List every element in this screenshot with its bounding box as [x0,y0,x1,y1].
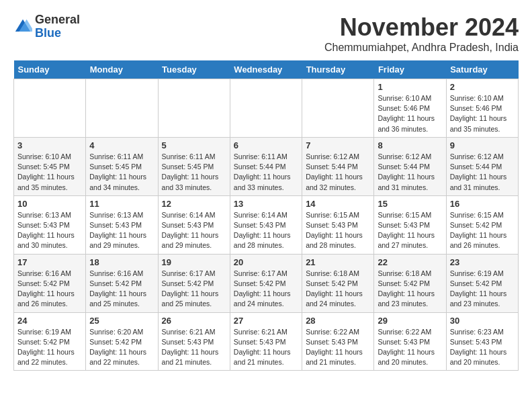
calendar-week-1: 1Sunrise: 6:10 AM Sunset: 5:46 PM Daylig… [14,79,519,138]
calendar-week-2: 3Sunrise: 6:10 AM Sunset: 5:45 PM Daylig… [14,137,519,195]
day-info: Sunrise: 6:14 AM Sunset: 5:43 PM Dayligh… [162,210,226,251]
calendar-cell: 22Sunrise: 6:18 AM Sunset: 5:42 PM Dayli… [374,254,446,312]
calendar-cell [14,79,86,138]
day-info: Sunrise: 6:21 AM Sunset: 5:43 PM Dayligh… [234,327,298,368]
calendar-week-5: 24Sunrise: 6:19 AM Sunset: 5:42 PM Dayli… [14,312,519,371]
calendar-cell: 13Sunrise: 6:14 AM Sunset: 5:43 PM Dayli… [230,195,302,254]
calendar-cell: 14Sunrise: 6:15 AM Sunset: 5:43 PM Dayli… [302,195,374,254]
day-info: Sunrise: 6:12 AM Sunset: 5:44 PM Dayligh… [306,152,370,193]
day-number: 10 [17,199,82,209]
calendar-cell: 10Sunrise: 6:13 AM Sunset: 5:43 PM Dayli… [14,195,86,254]
day-number: 15 [378,199,442,209]
day-info: Sunrise: 6:15 AM Sunset: 5:42 PM Dayligh… [450,210,515,251]
calendar-cell: 1Sunrise: 6:10 AM Sunset: 5:46 PM Daylig… [374,79,446,138]
logo-icon [13,17,32,36]
day-number: 21 [306,257,370,267]
calendar-cell: 26Sunrise: 6:21 AM Sunset: 5:43 PM Dayli… [158,312,230,371]
day-number: 27 [234,316,298,326]
day-info: Sunrise: 6:16 AM Sunset: 5:42 PM Dayligh… [17,269,82,310]
day-number: 20 [234,257,298,267]
calendar-header-tuesday: Tuesday [158,60,230,79]
calendar-cell: 8Sunrise: 6:12 AM Sunset: 5:44 PM Daylig… [374,137,446,195]
day-info: Sunrise: 6:21 AM Sunset: 5:43 PM Dayligh… [162,327,226,368]
day-info: Sunrise: 6:15 AM Sunset: 5:43 PM Dayligh… [306,210,370,251]
day-number: 8 [378,140,442,150]
calendar-cell: 29Sunrise: 6:22 AM Sunset: 5:43 PM Dayli… [374,312,446,371]
day-number: 18 [89,257,154,267]
day-info: Sunrise: 6:13 AM Sunset: 5:43 PM Dayligh… [89,210,154,251]
day-number: 5 [162,140,226,150]
day-info: Sunrise: 6:22 AM Sunset: 5:43 PM Dayligh… [378,327,442,368]
calendar-cell: 19Sunrise: 6:17 AM Sunset: 5:42 PM Dayli… [158,254,230,312]
day-number: 26 [162,316,226,326]
day-number: 13 [234,199,298,209]
calendar-cell: 18Sunrise: 6:16 AM Sunset: 5:42 PM Dayli… [86,254,158,312]
day-number: 11 [89,199,154,209]
page-header: General Blue November 2024 Chemmumiahpet… [13,13,519,54]
logo: General Blue [13,13,80,40]
month-title: November 2024 [324,13,519,42]
day-number: 14 [306,199,370,209]
calendar-cell: 9Sunrise: 6:12 AM Sunset: 5:44 PM Daylig… [446,137,518,195]
day-info: Sunrise: 6:10 AM Sunset: 5:46 PM Dayligh… [450,93,515,134]
day-info: Sunrise: 6:12 AM Sunset: 5:44 PM Dayligh… [450,152,515,193]
calendar-cell: 7Sunrise: 6:12 AM Sunset: 5:44 PM Daylig… [302,137,374,195]
calendar-cell: 16Sunrise: 6:15 AM Sunset: 5:42 PM Dayli… [446,195,518,254]
calendar-header-saturday: Saturday [446,60,518,79]
calendar-cell: 24Sunrise: 6:19 AM Sunset: 5:42 PM Dayli… [14,312,86,371]
day-info: Sunrise: 6:11 AM Sunset: 5:44 PM Dayligh… [234,152,298,193]
day-number: 12 [162,199,226,209]
day-number: 1 [378,82,442,92]
calendar-cell: 23Sunrise: 6:19 AM Sunset: 5:42 PM Dayli… [446,254,518,312]
calendar-cell [302,79,374,138]
day-info: Sunrise: 6:12 AM Sunset: 5:44 PM Dayligh… [378,152,442,193]
day-info: Sunrise: 6:13 AM Sunset: 5:43 PM Dayligh… [17,210,82,251]
day-info: Sunrise: 6:11 AM Sunset: 5:45 PM Dayligh… [162,152,226,193]
calendar-cell: 27Sunrise: 6:21 AM Sunset: 5:43 PM Dayli… [230,312,302,371]
day-info: Sunrise: 6:20 AM Sunset: 5:42 PM Dayligh… [89,327,154,368]
day-info: Sunrise: 6:19 AM Sunset: 5:42 PM Dayligh… [450,269,515,310]
calendar-cell: 20Sunrise: 6:17 AM Sunset: 5:42 PM Dayli… [230,254,302,312]
day-number: 29 [378,316,442,326]
calendar-week-4: 17Sunrise: 6:16 AM Sunset: 5:42 PM Dayli… [14,254,519,312]
day-number: 7 [306,140,370,150]
calendar-header-row: SundayMondayTuesdayWednesdayThursdayFrid… [14,60,519,79]
day-number: 4 [89,140,154,150]
calendar-cell: 2Sunrise: 6:10 AM Sunset: 5:46 PM Daylig… [446,79,518,138]
day-number: 22 [378,257,442,267]
day-info: Sunrise: 6:10 AM Sunset: 5:46 PM Dayligh… [378,93,442,134]
day-info: Sunrise: 6:16 AM Sunset: 5:42 PM Dayligh… [89,269,154,310]
calendar-cell: 12Sunrise: 6:14 AM Sunset: 5:43 PM Dayli… [158,195,230,254]
day-info: Sunrise: 6:22 AM Sunset: 5:43 PM Dayligh… [306,327,370,368]
day-number: 28 [306,316,370,326]
day-info: Sunrise: 6:19 AM Sunset: 5:42 PM Dayligh… [17,327,82,368]
location: Chemmumiahpet, Andhra Pradesh, India [324,42,519,54]
day-info: Sunrise: 6:17 AM Sunset: 5:42 PM Dayligh… [234,269,298,310]
calendar-cell [86,79,158,138]
calendar-cell: 28Sunrise: 6:22 AM Sunset: 5:43 PM Dayli… [302,312,374,371]
calendar-header-wednesday: Wednesday [230,60,302,79]
calendar-cell: 6Sunrise: 6:11 AM Sunset: 5:44 PM Daylig… [230,137,302,195]
day-number: 6 [234,140,298,150]
calendar-header-thursday: Thursday [302,60,374,79]
day-number: 23 [450,257,515,267]
calendar-header-friday: Friday [374,60,446,79]
day-number: 19 [162,257,226,267]
calendar-header-sunday: Sunday [14,60,86,79]
day-info: Sunrise: 6:18 AM Sunset: 5:42 PM Dayligh… [378,269,442,310]
calendar-cell: 25Sunrise: 6:20 AM Sunset: 5:42 PM Dayli… [86,312,158,371]
calendar-cell: 17Sunrise: 6:16 AM Sunset: 5:42 PM Dayli… [14,254,86,312]
day-number: 30 [450,316,515,326]
calendar-table: SundayMondayTuesdayWednesdayThursdayFrid… [13,60,519,371]
title-block: November 2024 Chemmumiahpet, Andhra Prad… [324,13,519,54]
day-info: Sunrise: 6:17 AM Sunset: 5:42 PM Dayligh… [162,269,226,310]
logo-text: General Blue [35,13,80,40]
day-number: 24 [17,316,82,326]
day-number: 17 [17,257,82,267]
calendar-body: 1Sunrise: 6:10 AM Sunset: 5:46 PM Daylig… [14,79,519,371]
day-number: 9 [450,140,515,150]
day-number: 25 [89,316,154,326]
calendar-cell: 15Sunrise: 6:15 AM Sunset: 5:43 PM Dayli… [374,195,446,254]
calendar-cell: 3Sunrise: 6:10 AM Sunset: 5:45 PM Daylig… [14,137,86,195]
day-number: 16 [450,199,515,209]
